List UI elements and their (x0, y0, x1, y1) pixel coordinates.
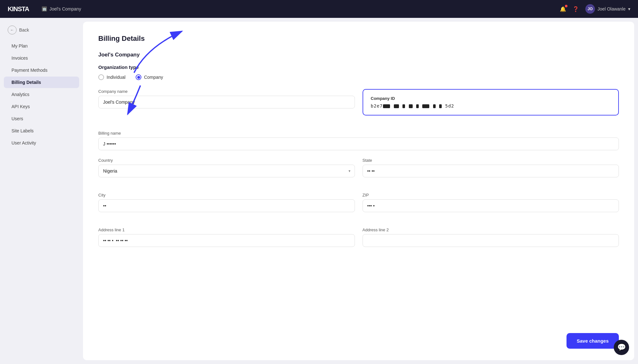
kinsta-logo: KINSTA (8, 5, 29, 13)
address1-group: Address line 1 (98, 227, 355, 247)
company-name: Joel's Company (49, 6, 81, 11)
country-state-row: Country Nigeria United States United Kin… (98, 158, 619, 185)
blurred-6 (422, 104, 429, 108)
back-button[interactable]: ← Back (0, 23, 83, 40)
company-id-value: b2e7 5d2 (371, 103, 611, 108)
sidebar-item-users[interactable]: Users (4, 113, 79, 124)
chevron-down-icon: ▾ (628, 6, 630, 11)
back-arrow-icon: ← (8, 26, 17, 34)
blurred-1 (383, 104, 390, 108)
company-id-row: Company name Company ID b2e7 5d2 (98, 89, 619, 123)
notification-dot (565, 5, 567, 7)
city-zip-row: City ZIP (98, 193, 619, 220)
sidebar-item-analytics[interactable]: Analytics (4, 89, 79, 100)
top-navigation: KINSTA 🏢 Joel's Company 🔔 ❓ JO Joel Olaw… (0, 0, 638, 18)
radio-company[interactable]: Company (136, 74, 163, 80)
blurred-7 (433, 104, 436, 108)
billing-name-group: Billing name (98, 131, 619, 150)
notifications-button[interactable]: 🔔 (560, 6, 566, 12)
main-layout: ← Back My Plan Invoices Payment Methods … (0, 18, 638, 364)
state-input[interactable] (363, 165, 619, 177)
radio-company-label: Company (144, 75, 163, 80)
blurred-2 (394, 104, 399, 108)
sidebar-item-my-plan[interactable]: My Plan (4, 40, 79, 52)
sidebar-item-invoices[interactable]: Invoices (4, 52, 79, 64)
address2-input[interactable] (363, 234, 619, 247)
city-label: City (98, 193, 355, 197)
blurred-8 (439, 104, 442, 108)
main-content: Billing Details Joel's Company Organizat… (83, 22, 634, 360)
radio-individual-circle (98, 74, 104, 80)
billing-name-label: Billing name (98, 131, 619, 136)
address2-group: Address line 2 (363, 227, 619, 247)
help-button[interactable]: ❓ (573, 6, 579, 12)
company-selector[interactable]: 🏢 Joel's Company (42, 6, 81, 11)
city-group: City (98, 193, 355, 212)
company-icon: 🏢 (42, 6, 47, 11)
sidebar-item-payment-methods[interactable]: Payment Methods (4, 64, 79, 76)
state-label: State (363, 158, 619, 163)
zip-label: ZIP (363, 193, 619, 197)
chat-bubble-button[interactable]: 💬 (614, 340, 629, 355)
zip-input[interactable] (363, 199, 619, 212)
sidebar: ← Back My Plan Invoices Payment Methods … (0, 18, 83, 364)
back-label: Back (19, 27, 29, 33)
billing-name-input[interactable] (98, 137, 619, 150)
company-name-group: Company name (98, 89, 355, 115)
annotation-arrows (83, 22, 634, 360)
radio-individual[interactable]: Individual (98, 74, 125, 80)
sidebar-item-user-activity[interactable]: User Activity (4, 137, 79, 149)
company-id-box: Company ID b2e7 5d2 (363, 89, 619, 115)
company-heading: Joel's Company (98, 52, 619, 58)
state-group: State (363, 158, 619, 177)
avatar: JO (585, 4, 595, 14)
radio-company-dot (137, 76, 140, 79)
blurred-3 (402, 104, 405, 108)
save-button[interactable]: Save changes (567, 333, 619, 349)
zip-group: ZIP (363, 193, 619, 212)
company-id-label: Company ID (371, 96, 611, 101)
page-title: Billing Details (98, 34, 619, 43)
user-menu[interactable]: JO Joel Olawanle ▾ (585, 4, 630, 14)
address1-input[interactable] (98, 234, 355, 247)
country-select-wrapper: Nigeria United States United Kingdom ▾ (98, 165, 355, 177)
sidebar-item-site-labels[interactable]: Site Labels (4, 125, 79, 137)
blurred-5 (416, 104, 419, 108)
country-select[interactable]: Nigeria United States United Kingdom (98, 165, 355, 177)
blurred-4 (409, 104, 413, 108)
address-row: Address line 1 Address line 2 (98, 227, 619, 255)
organization-type-radio-group: Individual Company (98, 74, 619, 80)
address2-label: Address line 2 (363, 227, 619, 232)
country-group: Country Nigeria United States United Kin… (98, 158, 355, 177)
city-input[interactable] (98, 199, 355, 212)
sidebar-item-api-keys[interactable]: API Keys (4, 101, 79, 112)
radio-individual-label: Individual (107, 75, 125, 80)
radio-company-circle (136, 74, 141, 80)
topnav-right: 🔔 ❓ JO Joel Olawanle ▾ (560, 4, 630, 14)
sidebar-item-billing-details[interactable]: Billing Details (4, 77, 79, 88)
user-name: Joel Olawanle (597, 6, 626, 11)
company-name-label: Company name (98, 89, 355, 94)
country-label: Country (98, 158, 355, 163)
company-name-input[interactable] (98, 96, 355, 108)
org-type-label: Organization type (98, 64, 619, 70)
address1-label: Address line 1 (98, 227, 355, 232)
